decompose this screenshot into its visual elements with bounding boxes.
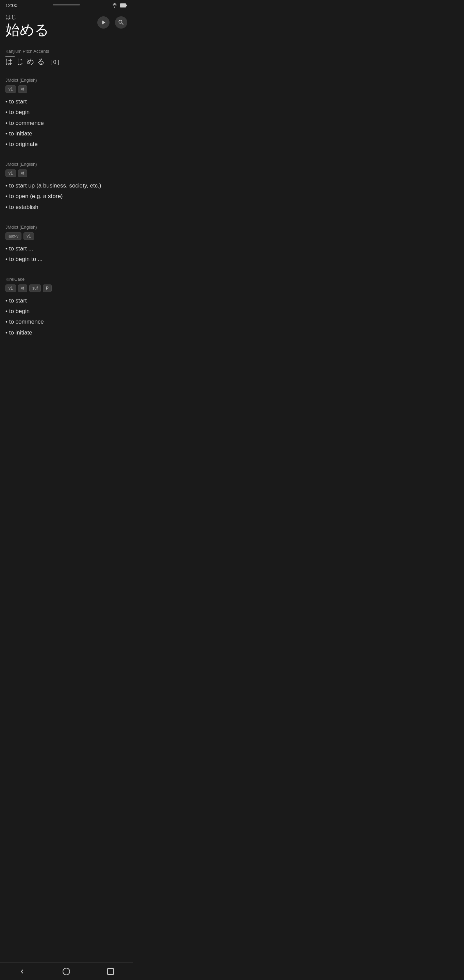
- title-area: はじ 始める: [5, 14, 97, 38]
- tag-v1-3: v1: [24, 232, 34, 240]
- word-header: はじ 始める: [0, 11, 133, 43]
- pitch-char-4: る: [37, 56, 46, 67]
- pitch-char-1: は: [5, 56, 14, 67]
- definition-item: to begin: [5, 306, 127, 317]
- definition-item: to begin: [5, 107, 127, 118]
- pitch-char-3: め: [27, 56, 36, 67]
- tags-4: v1 vt suf P: [5, 285, 127, 292]
- tags-3: aux-v v1: [5, 232, 127, 240]
- definition-item: to start: [5, 295, 127, 306]
- definition-list-2: to start up (a business, society, etc.) …: [5, 180, 127, 212]
- definition-item: to commence: [5, 118, 127, 128]
- dict-label-4: KireiCake: [5, 277, 127, 282]
- definition-item: to start ...: [5, 243, 127, 254]
- word-reading: はじ: [5, 14, 97, 21]
- tag-v1-4: v1: [5, 285, 16, 292]
- search-button[interactable]: [115, 16, 127, 29]
- definition-list-4: to start to begin to commence to initiat…: [5, 295, 127, 338]
- word-kanji: 始める: [5, 22, 97, 38]
- tag-vt-2: vt: [18, 169, 27, 177]
- pitch-accent-section: Kanjium Pitch Accents は じ め る [0]: [0, 43, 133, 69]
- pitch-accent-label: Kanjium Pitch Accents: [5, 49, 127, 54]
- svg-rect-0: [120, 4, 126, 8]
- definition-list-3: to start ... to begin to ...: [5, 243, 127, 264]
- definition-item: to begin to ...: [5, 254, 127, 264]
- tags-1: v1 vt: [5, 86, 127, 93]
- pitch-accent-display: は じ め る [0]: [5, 56, 127, 67]
- definition-item: to originate: [5, 139, 127, 150]
- status-time: 12:00: [5, 3, 17, 8]
- header-actions: [97, 14, 127, 29]
- tag-auxv: aux-v: [5, 232, 21, 240]
- definition-item: to start up (a business, society, etc.): [5, 180, 127, 191]
- definition-item: to commence: [5, 317, 127, 327]
- pitch-char-2: じ: [16, 56, 25, 67]
- definition-list-1: to start to begin to commence to initiat…: [5, 96, 127, 150]
- definition-item: to open (e.g. a store): [5, 191, 127, 202]
- definition-section-2: JMdict (English) v1 vt to start up (a bu…: [0, 158, 133, 216]
- tag-vt-4: vt: [18, 285, 27, 292]
- definition-section-3: JMdict (English) aux-v v1 to start ... t…: [0, 221, 133, 269]
- definition-item: to start: [5, 96, 127, 107]
- dict-label-2: JMdict (English): [5, 162, 127, 167]
- tag-v1-2: v1: [5, 169, 16, 177]
- status-bar: 12:00: [0, 0, 133, 11]
- tag-vt-1: vt: [18, 86, 27, 93]
- svg-rect-1: [126, 5, 127, 6]
- tag-v1-1: v1: [5, 86, 16, 93]
- status-notch: [53, 4, 80, 5]
- tag-p: P: [43, 285, 52, 292]
- wifi-icon: [111, 3, 118, 8]
- definition-item: to establish: [5, 202, 127, 212]
- pitch-number: [0]: [50, 59, 60, 65]
- definition-item: to initiate: [5, 128, 127, 139]
- search-icon: [118, 19, 124, 26]
- play-icon: [100, 19, 107, 26]
- dict-label-1: JMdict (English): [5, 78, 127, 83]
- battery-icon: [120, 3, 127, 8]
- status-icons: [111, 3, 127, 8]
- play-button[interactable]: [97, 16, 110, 29]
- definition-section-1: JMdict (English) v1 vt to start to begin…: [0, 73, 133, 153]
- definition-section-4: KireiCake v1 vt suf P to start to begin …: [0, 272, 133, 342]
- tag-suf: suf: [29, 285, 41, 292]
- tags-2: v1 vt: [5, 169, 127, 177]
- dict-label-3: JMdict (English): [5, 224, 127, 230]
- definition-item: to initiate: [5, 327, 127, 338]
